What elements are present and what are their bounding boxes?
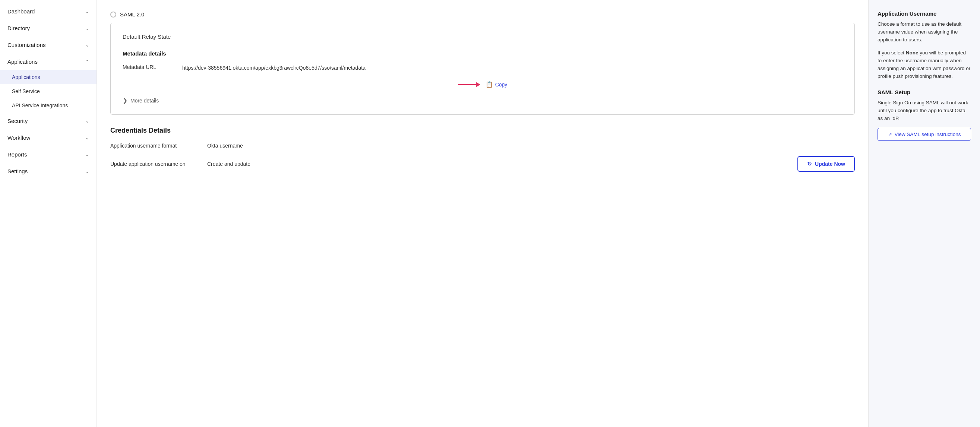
metadata-row: Metadata URL https://dev-38556941.okta.c… bbox=[123, 64, 843, 72]
saml-card: Default Relay State Metadata details Met… bbox=[110, 23, 855, 115]
sidebar-label-reports: Reports bbox=[8, 151, 27, 158]
sidebar-sub-item-self-service[interactable]: Self Service bbox=[0, 84, 97, 98]
sidebar-label-security: Security bbox=[8, 118, 27, 124]
sidebar-item-dashboard[interactable]: Dashboard ⌄ bbox=[0, 3, 97, 20]
sidebar-label-customizations: Customizations bbox=[8, 42, 46, 48]
view-saml-setup-button[interactable]: ↗ View SAML setup instructions bbox=[878, 128, 971, 141]
right-panel-description-1: Choose a format to use as the default us… bbox=[878, 21, 971, 44]
sidebar-item-security[interactable]: Security ⌄ bbox=[0, 113, 97, 129]
sidebar-item-workflow[interactable]: Workflow ⌄ bbox=[0, 129, 97, 146]
right-panel-title: Application Username bbox=[878, 10, 971, 17]
saml-setup-description: Single Sign On using SAML will not work … bbox=[878, 99, 971, 123]
credentials-username-value: Okta username bbox=[207, 143, 243, 149]
sidebar: Dashboard ⌄ Directory ⌄ Customizations ⌄… bbox=[0, 0, 97, 427]
chevron-right-icon: ❯ bbox=[123, 97, 127, 104]
copy-row: 📋 Copy bbox=[123, 81, 843, 88]
saml-radio-label: SAML 2.0 bbox=[120, 11, 144, 18]
sidebar-label-dashboard: Dashboard bbox=[8, 8, 35, 14]
sidebar-sub-item-applications[interactable]: Applications bbox=[0, 70, 97, 84]
sidebar-item-directory[interactable]: Directory ⌄ bbox=[0, 20, 97, 37]
right-panel: Application Username Choose a format to … bbox=[868, 0, 980, 427]
credentials-username-row: Application username format Okta usernam… bbox=[110, 143, 855, 149]
saml-setup-section: SAML Setup Single Sign On using SAML wil… bbox=[878, 89, 971, 141]
update-now-button[interactable]: ↻ Update Now bbox=[797, 156, 855, 172]
saml-radio-button[interactable] bbox=[110, 11, 116, 18]
credentials-username-label: Application username format bbox=[110, 143, 192, 149]
sidebar-item-applications[interactable]: Applications ⌃ bbox=[0, 53, 97, 70]
credentials-heading: Credentials Details bbox=[110, 127, 855, 134]
more-details-label: More details bbox=[130, 98, 159, 104]
saml-setup-title: SAML Setup bbox=[878, 89, 971, 96]
saml-radio-row: SAML 2.0 bbox=[110, 11, 855, 18]
sidebar-sub-item-api-service[interactable]: API Service Integrations bbox=[0, 98, 97, 113]
copy-button[interactable]: 📋 Copy bbox=[485, 81, 508, 88]
chevron-down-icon: ⌄ bbox=[85, 118, 89, 124]
default-relay-state-label: Default Relay State bbox=[123, 33, 843, 40]
sidebar-item-customizations[interactable]: Customizations ⌄ bbox=[0, 37, 97, 53]
credentials-update-value: Create and update bbox=[207, 161, 250, 167]
sidebar-label-directory: Directory bbox=[8, 25, 30, 31]
right-panel-description-2: If you select None you will be prompted … bbox=[878, 49, 971, 80]
chevron-down-icon: ⌄ bbox=[85, 43, 89, 48]
arrow-right-icon bbox=[458, 81, 480, 88]
more-details-row[interactable]: ❯ More details bbox=[123, 97, 843, 104]
chevron-down-icon: ⌄ bbox=[85, 26, 89, 31]
refresh-icon: ↻ bbox=[807, 161, 812, 167]
sidebar-item-reports[interactable]: Reports ⌄ bbox=[0, 146, 97, 163]
chevron-down-icon: ⌄ bbox=[85, 9, 89, 14]
metadata-heading: Metadata details bbox=[123, 50, 843, 57]
sidebar-label-applications: Applications bbox=[8, 59, 38, 65]
credentials-update-row: Update application username on Create an… bbox=[110, 156, 855, 172]
applications-submenu: Applications Self Service API Service In… bbox=[0, 70, 97, 113]
chevron-up-icon: ⌃ bbox=[85, 59, 89, 64]
sidebar-label-settings: Settings bbox=[8, 168, 27, 174]
credentials-update-label: Update application username on bbox=[110, 161, 192, 167]
metadata-url-label: Metadata URL bbox=[123, 64, 167, 70]
chevron-down-icon: ⌄ bbox=[85, 135, 89, 140]
chevron-down-icon: ⌄ bbox=[85, 169, 89, 174]
sidebar-item-settings[interactable]: Settings ⌄ bbox=[0, 163, 97, 180]
copy-icon: 📋 bbox=[485, 81, 493, 88]
metadata-url-value: https://dev-38556941.okta.com/app/exkbg3… bbox=[182, 64, 366, 72]
external-link-icon: ↗ bbox=[888, 132, 892, 137]
sidebar-label-workflow: Workflow bbox=[8, 134, 30, 141]
chevron-down-icon: ⌄ bbox=[85, 152, 89, 157]
main-content: SAML 2.0 Default Relay State Metadata de… bbox=[97, 0, 868, 427]
